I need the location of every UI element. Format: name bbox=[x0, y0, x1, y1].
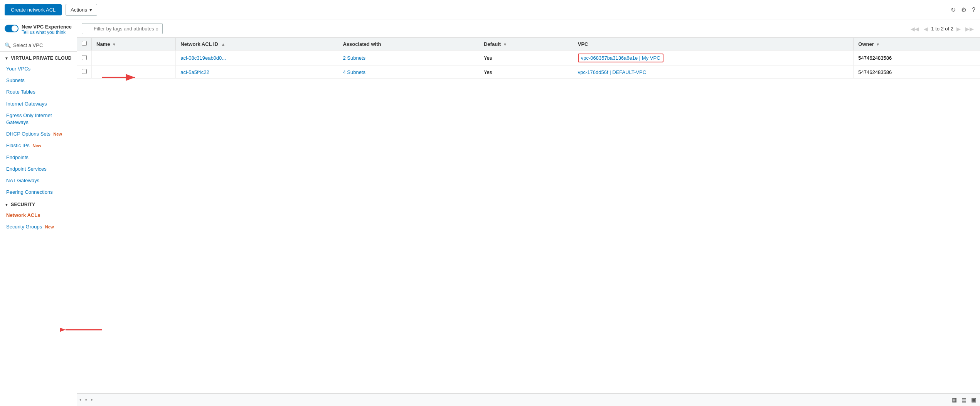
view-grid-button[interactable]: ▦ bbox=[950, 396, 958, 404]
th-network-acl-id-sort-icon: ▲ bbox=[221, 42, 225, 47]
sidebar-item-internet-gateways[interactable]: Internet Gateways bbox=[0, 98, 77, 110]
next-page-button[interactable]: ▶ bbox=[955, 25, 962, 33]
refresh-button[interactable]: ↻ bbox=[951, 6, 956, 13]
last-page-button[interactable]: ▶▶ bbox=[964, 25, 975, 33]
row1-default: Yes bbox=[479, 50, 573, 66]
th-owner[interactable]: Owner ▾ bbox=[854, 38, 980, 50]
sidebar: New VPC Experience Tell us what you thin… bbox=[0, 20, 77, 406]
new-vpc-header: New VPC Experience Tell us what you thin… bbox=[0, 20, 77, 39]
actions-label: Actions bbox=[71, 7, 87, 13]
row1-vpc[interactable]: vpc-068357ba3136a6e1e | My VPC bbox=[573, 50, 854, 66]
vpc-selector-placeholder: Select a VPC bbox=[13, 42, 43, 48]
security-groups-new-badge: New bbox=[45, 225, 54, 229]
th-associated-with-label: Associated with bbox=[343, 41, 381, 47]
pagination-text: 1 to 2 of 2 bbox=[931, 26, 953, 32]
sidebar-item-dhcp[interactable]: DHCP Options Sets New bbox=[0, 128, 77, 140]
row1-name bbox=[92, 50, 176, 66]
settings-button[interactable]: ⚙ bbox=[961, 6, 967, 13]
sidebar-item-nat-gateways[interactable]: NAT Gateways bbox=[0, 175, 77, 186]
sidebar-item-egress-only[interactable]: Egress Only Internet Gateways bbox=[0, 110, 77, 128]
vpc-section-title: VIRTUAL PRIVATE CLOUD bbox=[11, 55, 72, 61]
sidebar-item-security-groups[interactable]: Security Groups New bbox=[0, 221, 77, 233]
content-area: 🔍 ◀◀ ◀ 1 to 2 of 2 ▶ ▶▶ bbox=[77, 20, 980, 406]
row1-checkbox-cell bbox=[77, 50, 92, 66]
checkbox-header bbox=[77, 38, 92, 50]
table-row: acl-5a5f4c22 4 Subnets Yes vpc-176dd56f … bbox=[77, 66, 980, 79]
actions-button[interactable]: Actions ▾ bbox=[66, 4, 97, 16]
new-vpc-toggle[interactable] bbox=[5, 25, 19, 32]
sidebar-item-subnets[interactable]: Subnets bbox=[0, 75, 77, 86]
th-default-label: Default bbox=[484, 41, 501, 47]
row2-name bbox=[92, 66, 176, 79]
search-input[interactable] bbox=[82, 23, 163, 34]
row2-owner: 547462483586 bbox=[854, 66, 980, 79]
table-header-row: Name ▾ Network ACL ID ▲ Associated with … bbox=[77, 38, 980, 50]
dhcp-new-badge: New bbox=[53, 132, 62, 136]
sidebar-item-route-tables[interactable]: Route Tables bbox=[0, 86, 77, 98]
th-name-label: Name bbox=[96, 41, 110, 47]
pagination: ◀◀ ◀ 1 to 2 of 2 ▶ ▶▶ bbox=[909, 25, 975, 33]
chevron-down-icon: ▾ bbox=[89, 7, 92, 13]
select-all-checkbox[interactable] bbox=[82, 41, 87, 46]
sidebar-item-endpoints[interactable]: Endpoints bbox=[0, 152, 77, 163]
th-network-acl-id-label: Network ACL ID bbox=[180, 41, 218, 47]
security-section-arrow: ▼ bbox=[5, 203, 8, 207]
security-section-title: SECURITY bbox=[11, 202, 35, 207]
security-section: ▼ SECURITY bbox=[0, 198, 77, 210]
row1-checkbox[interactable] bbox=[82, 55, 87, 60]
row1-vpc-link[interactable]: vpc-068357ba3136a6e1e | My VPC bbox=[578, 54, 663, 62]
row2-default: Yes bbox=[479, 66, 573, 79]
sidebar-item-endpoint-services[interactable]: Endpoint Services bbox=[0, 163, 77, 175]
th-vpc-label: VPC bbox=[578, 41, 588, 47]
vpc-selector[interactable]: 🔍 Select a VPC bbox=[0, 39, 77, 52]
row2-checkbox-cell bbox=[77, 66, 92, 79]
search-bar: 🔍 ◀◀ ◀ 1 to 2 of 2 ▶ ▶▶ bbox=[77, 20, 980, 38]
search-wrapper: 🔍 bbox=[82, 23, 906, 34]
th-owner-label: Owner bbox=[858, 41, 874, 47]
view-list-button[interactable]: ▤ bbox=[960, 396, 968, 404]
table-row: acl-08c319eab0d0... 2 Subnets Yes vpc-06… bbox=[77, 50, 980, 66]
th-default[interactable]: Default ▾ bbox=[479, 38, 573, 50]
row2-associated-with[interactable]: 4 Subnets bbox=[338, 66, 479, 79]
vpc-section-header[interactable]: ▼ VIRTUAL PRIVATE CLOUD bbox=[0, 52, 77, 63]
th-associated-with[interactable]: Associated with bbox=[338, 38, 479, 50]
security-section-header[interactable]: ▼ SECURITY bbox=[0, 198, 77, 210]
view-detail-button[interactable]: ▣ bbox=[970, 396, 978, 404]
th-default-sort-icon: ▾ bbox=[504, 42, 506, 47]
new-vpc-title: New VPC Experience bbox=[22, 24, 72, 30]
sidebar-item-your-vpcs[interactable]: Your VPCs bbox=[0, 63, 77, 75]
elastic-ips-new-badge: New bbox=[32, 143, 41, 148]
toolbar: Create network ACL Actions ▾ ↻ ⚙ ? bbox=[0, 0, 980, 20]
first-page-button[interactable]: ◀◀ bbox=[909, 25, 921, 33]
network-acl-table: Name ▾ Network ACL ID ▲ Associated with … bbox=[77, 38, 980, 79]
vpc-section-arrow: ▼ bbox=[5, 56, 8, 60]
sidebar-item-elastic-ips[interactable]: Elastic IPs New bbox=[0, 140, 77, 151]
row2-network-acl-id[interactable]: acl-5a5f4c22 bbox=[176, 66, 338, 79]
row2-vpc[interactable]: vpc-176dd56f | DEFAULT-VPC bbox=[573, 66, 854, 79]
sidebar-item-network-acls[interactable]: Network ACLs bbox=[0, 210, 77, 221]
view-controls: ▦ ▤ ▣ bbox=[950, 396, 978, 404]
prev-page-button[interactable]: ◀ bbox=[922, 25, 929, 33]
row1-owner: 547462483586 bbox=[854, 50, 980, 66]
table-container: Name ▾ Network ACL ID ▲ Associated with … bbox=[77, 38, 980, 393]
bottom-dots: • • • bbox=[79, 397, 94, 403]
toolbar-right: ↻ ⚙ ? bbox=[951, 6, 975, 13]
row1-network-acl-id[interactable]: acl-08c319eab0d0... bbox=[176, 50, 338, 66]
th-owner-sort-icon: ▾ bbox=[877, 42, 879, 47]
bottom-panel: • • • ▦ ▤ ▣ bbox=[77, 393, 980, 406]
th-name-sort-icon: ▾ bbox=[113, 42, 115, 47]
create-network-acl-button[interactable]: Create network ACL bbox=[5, 4, 62, 15]
new-vpc-subtitle[interactable]: Tell us what you think bbox=[22, 30, 72, 35]
search-icon: 🔍 bbox=[5, 42, 11, 48]
help-button[interactable]: ? bbox=[972, 7, 975, 13]
row2-vpc-link[interactable]: vpc-176dd56f | DEFAULT-VPC bbox=[578, 69, 646, 75]
th-name[interactable]: Name ▾ bbox=[92, 38, 176, 50]
th-vpc[interactable]: VPC bbox=[573, 38, 854, 50]
sidebar-item-peering-connections[interactable]: Peering Connections bbox=[0, 186, 77, 198]
th-network-acl-id[interactable]: Network ACL ID ▲ bbox=[176, 38, 338, 50]
row1-associated-with[interactable]: 2 Subnets bbox=[338, 50, 479, 66]
main-layout: New VPC Experience Tell us what you thin… bbox=[0, 20, 980, 406]
row2-checkbox[interactable] bbox=[82, 69, 87, 74]
